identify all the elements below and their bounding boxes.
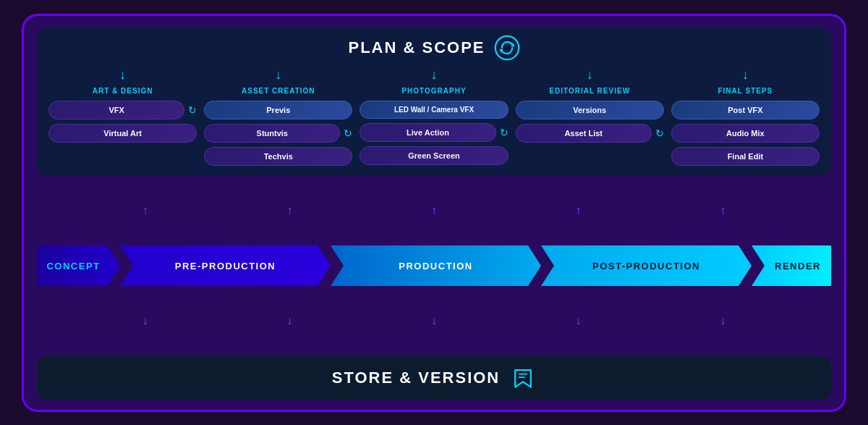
pipeline-preprod: PRE-PRODUCTION — [120, 245, 331, 286]
up-arrow-2: ↑ — [286, 205, 292, 216]
plan-scope-section: PLAN & SCOPE ↓ ART & DESIGN VFX ↻ Virtua… — [37, 28, 831, 176]
plan-scope-title: PLAN & SCOPE — [348, 38, 485, 57]
down-arrows-row: ↓ ↓ ↓ ↓ ↓ — [37, 316, 831, 326]
vfx-refresh-icon[interactable]: ↻ — [188, 104, 197, 116]
up-arrow-5: ↑ — [720, 205, 726, 216]
col-header-final: FINAL STEPS — [718, 87, 773, 95]
stuntvis-refresh-icon[interactable]: ↻ — [344, 127, 352, 139]
main-container: PLAN & SCOPE ↓ ART & DESIGN VFX ↻ Virtua… — [22, 14, 846, 412]
svg-point-0 — [495, 35, 518, 59]
green-screen-pill: Green Screen — [359, 146, 508, 165]
live-action-pill-row: Live Action ↻ — [359, 123, 508, 142]
down-arrow-5: ↓ — [720, 315, 726, 327]
arrow-down-final: ↓ — [742, 68, 749, 81]
columns-grid: ↓ ART & DESIGN VFX ↻ Virtual Art ↓ ASSET… — [48, 68, 820, 166]
plan-scope-icon — [494, 35, 520, 61]
down-arrow-3: ↓ — [431, 315, 437, 327]
stuntvis-pill-row: Stuntvis ↻ — [204, 124, 352, 143]
audio-mix-pill: Audio Mix — [671, 124, 820, 143]
vfx-pill: VFX — [48, 101, 184, 119]
col-header-asset: ASSET CREATION — [242, 87, 315, 95]
store-version-section: STORE & VERSION — [37, 356, 831, 400]
column-final-steps: ↓ FINAL STEPS Post VFX Audio Mix Final E… — [671, 68, 820, 166]
preprod-label: PRE-PRODUCTION — [175, 261, 276, 272]
stuntvis-pill: Stuntvis — [204, 124, 340, 143]
live-action-pill: Live Action — [359, 123, 495, 142]
pipeline-production: PRODUCTION — [331, 245, 541, 286]
arrow-down-asset: ↓ — [275, 68, 281, 81]
col-header-editorial: EDITORIAL REVIEW — [549, 87, 630, 95]
production-label: PRODUCTION — [399, 261, 472, 272]
arrow-down-photo: ↓ — [430, 68, 437, 81]
led-wall-pill: LED Wall / Camera VFX — [359, 101, 508, 119]
asset-list-refresh-icon[interactable]: ↻ — [655, 127, 664, 139]
virtual-art-pill: Virtual Art — [48, 124, 197, 143]
techvis-pill: Techvis — [204, 147, 352, 166]
column-editorial: ↓ EDITORIAL REVIEW Versions Asset List ↻ — [516, 68, 664, 166]
store-version-title: STORE & VERSION — [332, 369, 501, 387]
column-photography: ↓ PHOTOGRAPHY LED Wall / Camera VFX Live… — [359, 68, 508, 166]
postprod-label: POST-PRODUCTION — [592, 261, 700, 272]
render-label: RENDER — [775, 261, 821, 272]
store-version-icon — [510, 365, 536, 391]
final-edit-pill: Final Edit — [671, 147, 820, 166]
live-action-refresh-icon[interactable]: ↻ — [500, 127, 509, 138]
plan-scope-header: PLAN & SCOPE — [48, 35, 820, 61]
pipeline-postprod: POST-PRODUCTION — [541, 245, 752, 286]
concept-label: CONCEPT — [46, 261, 100, 272]
down-arrow-4: ↓ — [576, 315, 582, 327]
pipeline-concept: CONCEPT — [37, 245, 120, 286]
down-arrow-1: ↓ — [142, 315, 148, 327]
arrow-down-editorial: ↓ — [587, 68, 593, 81]
up-arrow-4: ↑ — [576, 205, 582, 216]
previs-pill: Previs — [204, 101, 352, 119]
pipeline-banner: CONCEPT PRE-PRODUCTION PRODUCTION POST-P… — [37, 245, 831, 286]
arrow-down-art: ↓ — [119, 68, 126, 81]
column-art-design: ↓ ART & DESIGN VFX ↻ Virtual Art — [48, 68, 197, 166]
versions-pill: Versions — [516, 101, 664, 119]
pipeline-render: RENDER — [752, 245, 831, 286]
asset-list-pill: Asset List — [516, 124, 652, 143]
down-arrow-2: ↓ — [286, 315, 292, 327]
vfx-pill-row: VFX ↻ — [48, 101, 197, 119]
up-arrow-1: ↑ — [142, 205, 148, 216]
asset-list-pill-row: Asset List ↻ — [516, 124, 664, 143]
col-header-photo: PHOTOGRAPHY — [401, 87, 466, 95]
col-header-art: ART & DESIGN — [93, 87, 153, 95]
post-vfx-pill: Post VFX — [671, 101, 820, 119]
up-arrows-row: ↑ ↑ ↑ ↑ ↑ — [37, 206, 831, 216]
column-asset-creation: ↓ ASSET CREATION Previs Stuntvis ↻ Techv… — [204, 68, 352, 166]
up-arrow-3: ↑ — [431, 205, 437, 216]
